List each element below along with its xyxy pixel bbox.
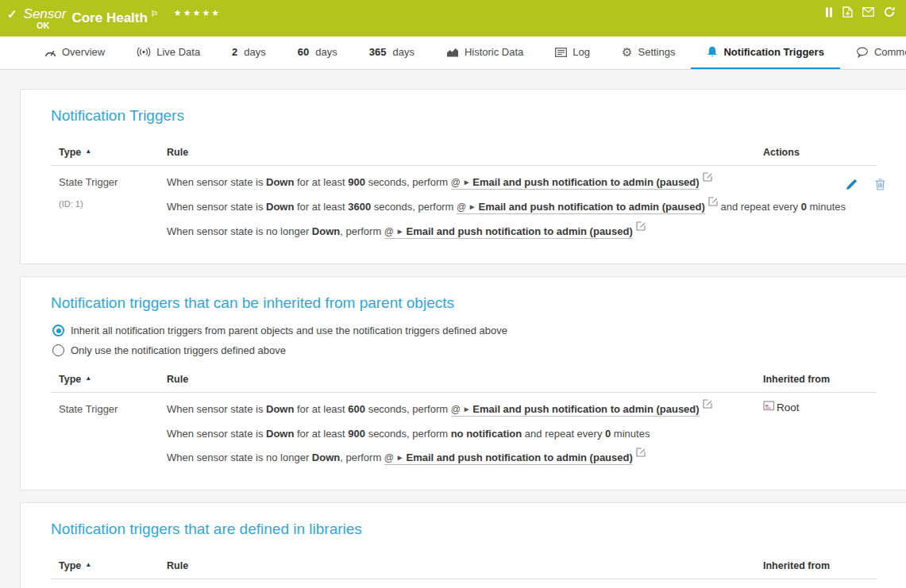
tab-label: days <box>392 46 414 58</box>
rule-text: When sensor state is no longer Down, per… <box>167 220 846 244</box>
tab-60-days[interactable]: 60days <box>282 37 353 69</box>
notification-action-link[interactable]: @ ► Email and push notification to admin… <box>451 403 700 417</box>
inherited-from-link[interactable]: Root <box>763 398 800 413</box>
rule-text: When sensor state is Down for at least 3… <box>167 195 846 220</box>
header-toolbar <box>825 6 895 17</box>
arrow-icon: ► <box>394 227 406 236</box>
column-type[interactable]: Type▲ <box>59 147 167 158</box>
notification-name: Email and push notification to admin (pa… <box>479 201 705 213</box>
panel-inherited-triggers: Notification triggers that can be inheri… <box>20 276 906 490</box>
column-inherited-from: Inherited from <box>763 560 877 571</box>
sensor-header: ✓ Sensor Core Health⚐ ★★★★★ OK <box>0 0 906 37</box>
arrow-icon: ► <box>466 202 478 211</box>
gear-icon: ⚙ <box>622 47 632 58</box>
gauge-icon <box>44 47 56 57</box>
at-icon: @ <box>384 226 394 237</box>
edit-notification-icon[interactable] <box>703 167 712 190</box>
tab-overview[interactable]: Overview <box>29 37 121 69</box>
sort-asc-icon: ▲ <box>85 148 91 155</box>
trigger-table-body: State Trigger(ID: 1)When sensor state is… <box>51 166 877 244</box>
at-icon: @ <box>451 177 461 188</box>
status-ok-check-icon: ✓ <box>7 6 17 22</box>
table-header: Type▲ Rule Actions <box>51 147 877 166</box>
tab-label: Live Data <box>156 46 200 58</box>
inherited-from-name: Root <box>777 402 800 413</box>
tab-settings[interactable]: ⚙Settings <box>606 37 691 69</box>
root-group-icon <box>763 401 775 413</box>
pause-icon[interactable] <box>825 7 833 17</box>
section-title-notification-triggers: Notification Triggers <box>51 107 877 125</box>
status-badge: OK <box>37 21 50 30</box>
tab-label: Notification Triggers <box>723 46 823 58</box>
edit-notification-icon[interactable] <box>708 191 718 215</box>
notification-action-link[interactable]: @ ► Email and push notification to admin… <box>384 225 633 239</box>
radio-option[interactable]: Inherit all notification triggers from p… <box>52 325 877 336</box>
tab-label: Overview <box>62 46 105 58</box>
radio-label: Inherit all notification triggers from p… <box>71 325 507 336</box>
tab-label: Settings <box>638 46 676 58</box>
sort-asc-icon: ▲ <box>85 561 91 568</box>
radio-unselected-icon <box>52 344 64 356</box>
table-header: Type▲ Rule Inherited from <box>51 374 877 393</box>
tab-number: 365 <box>369 46 387 58</box>
historic-data-icon <box>446 48 459 57</box>
column-rule: Rule <box>167 560 763 571</box>
tab-2-days[interactable]: 2days <box>216 37 282 69</box>
trigger-row: State Trigger(ID: 1)When sensor state is… <box>51 166 877 244</box>
column-type[interactable]: Type▲ <box>59 374 167 385</box>
tab-log[interactable]: Log <box>539 37 606 69</box>
trigger-type: State Trigger <box>59 171 167 194</box>
at-icon: @ <box>451 404 461 415</box>
edit-trigger-button[interactable] <box>846 179 858 190</box>
trigger-table-body: State TriggerWhen sensor state is Down f… <box>51 393 877 471</box>
notification-action-link[interactable]: @ ► Email and push notification to admin… <box>451 176 700 190</box>
trigger-type: State Trigger <box>59 398 167 421</box>
refresh-icon[interactable] <box>884 6 895 17</box>
column-rule: Rule <box>167 147 763 158</box>
notification-name: Email and push notification to admin (pa… <box>472 403 699 415</box>
at-icon: @ <box>384 452 394 463</box>
radio-option[interactable]: Only use the notification triggers defin… <box>52 344 877 356</box>
flag-icon[interactable]: ⚐ <box>151 10 158 18</box>
edit-notification-icon[interactable] <box>636 442 646 466</box>
priority-stars[interactable]: ★★★★★ <box>174 6 221 19</box>
rule-text: When sensor state is no longer Down, per… <box>167 446 763 471</box>
log-icon <box>555 48 567 57</box>
sensor-title: Core Health⚐ <box>71 6 157 26</box>
notification-name: Email and push notification to admin (pa… <box>472 176 699 188</box>
edit-notification-icon[interactable] <box>636 216 646 240</box>
tab-number: 60 <box>298 46 309 58</box>
edit-notification-icon[interactable] <box>703 394 712 417</box>
tab-historic-data[interactable]: Historic Data <box>430 37 539 69</box>
arrow-icon: ► <box>394 453 406 462</box>
tab-label: Log <box>573 46 590 58</box>
tab-comments[interactable]: Comments <box>840 37 906 69</box>
inherit-options: Inherit all notification triggers from p… <box>52 325 877 356</box>
tab-label: Historic Data <box>465 46 523 58</box>
section-title-library-triggers: Notification triggers that are defined i… <box>51 521 877 538</box>
tab-live-data[interactable]: Live Data <box>121 37 216 69</box>
column-rule: Rule <box>167 374 763 385</box>
notification-name: Email and push notification to admin (pa… <box>407 225 633 237</box>
delete-trigger-button[interactable] <box>875 179 885 190</box>
column-type[interactable]: Type▲ <box>59 560 167 571</box>
tab-notification-triggers[interactable]: Notification Triggers <box>691 37 839 69</box>
panel-notification-triggers: Notification Triggers Type▲ Rule Actions… <box>20 89 906 264</box>
table-header: Type▲ Rule Inherited from <box>51 560 877 579</box>
tab-365-days[interactable]: 365days <box>353 37 430 69</box>
object-kind-label: Sensor <box>24 6 67 22</box>
notification-action-link[interactable]: @ ► Email and push notification to admin… <box>384 452 633 465</box>
email-icon[interactable] <box>862 7 874 17</box>
panel-library-triggers: Notification triggers that are defined i… <box>20 502 906 588</box>
notification-action-link[interactable]: @ ► Email and push notification to admin… <box>457 201 705 214</box>
trigger-id: (ID: 1) <box>59 198 167 209</box>
report-icon[interactable] <box>842 6 853 17</box>
tab-label: days <box>244 46 265 58</box>
arrow-icon: ► <box>461 405 472 413</box>
radio-selected-icon <box>52 325 64 336</box>
section-title-inherited-triggers: Notification triggers that can be inheri… <box>51 294 877 312</box>
rule-text: When sensor state is Down for at least 9… <box>167 171 846 195</box>
tab-label: days <box>315 46 337 58</box>
tab-number: 2 <box>232 46 237 58</box>
sensor-tabbar: OverviewLive Data2days60days365daysHisto… <box>0 37 906 70</box>
